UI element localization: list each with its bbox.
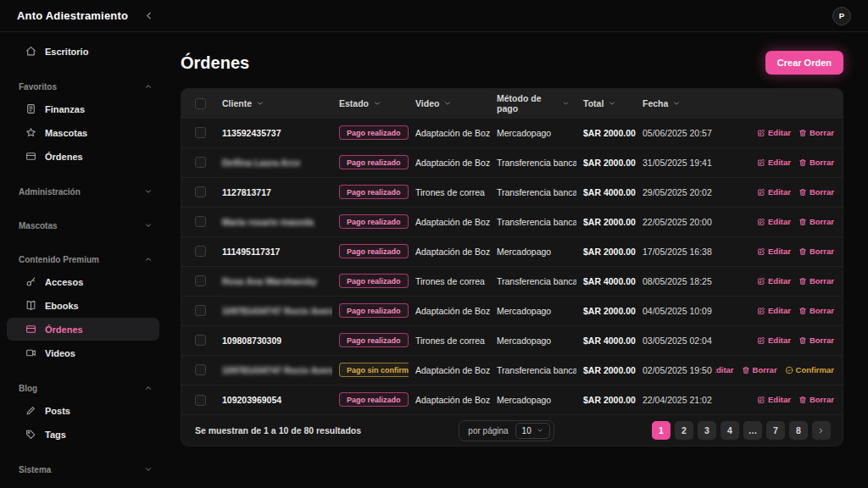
page-button-3[interactable]: 3	[698, 421, 716, 440]
sidebar-collapse-button[interactable]	[143, 10, 154, 21]
sidebar-item-ordenes-fav[interactable]: Órdenes	[7, 145, 159, 168]
delete-button[interactable]: Borrar	[798, 187, 834, 197]
row-checkbox[interactable]	[195, 335, 206, 346]
row-checkbox[interactable]	[195, 216, 206, 227]
delete-button[interactable]: Borrar	[798, 276, 834, 286]
edit-button[interactable]: Editar	[757, 336, 791, 345]
row-checkbox[interactable]	[195, 275, 206, 286]
column-header-estado[interactable]: Estado	[339, 98, 402, 108]
column-header-metodo[interactable]: Método de pago	[497, 93, 570, 114]
date-cell: 22/05/2025 20:00	[636, 207, 715, 236]
pencil-icon	[25, 405, 36, 416]
sidebar-item-videos[interactable]: Videos	[7, 341, 159, 364]
edit-button[interactable]: Editar	[757, 247, 791, 256]
column-header-cliente[interactable]: Cliente	[222, 98, 326, 108]
total-cell: $AR 4000.00	[576, 266, 636, 296]
date-cell: 04/05/2025 10:09	[636, 296, 715, 325]
sidebar-item-tags[interactable]: Tags	[7, 423, 159, 446]
report-icon	[25, 103, 36, 114]
user-avatar[interactable]: P	[832, 7, 851, 25]
chevron-up-icon	[144, 82, 153, 91]
confirm-button[interactable]: Confirmar	[785, 365, 834, 374]
sidebar-item-escritorio[interactable]: Escritorio	[7, 40, 159, 63]
edit-button[interactable]: Editar	[757, 395, 791, 404]
column-label: Total	[583, 98, 604, 108]
delete-button[interactable]: Borrar	[742, 365, 777, 374]
status-badge: Pago realizado	[339, 125, 409, 140]
sidebar-item-ebooks[interactable]: Ebooks	[7, 294, 159, 317]
orders-table-panel: Cliente Estado Video Método de pago Tota…	[181, 88, 843, 446]
page-button-8[interactable]: 8	[789, 421, 808, 440]
create-order-button[interactable]: Crear Orden	[765, 51, 843, 75]
delete-button[interactable]: Borrar	[798, 306, 834, 315]
column-header-fecha[interactable]: Fecha	[643, 98, 709, 108]
edit-button[interactable]: Editar	[715, 365, 734, 374]
page-button-2[interactable]: 2	[675, 421, 693, 440]
total-cell: $AR 2000.00	[576, 236, 636, 266]
page-button-7[interactable]: 7	[766, 421, 785, 440]
edit-label: Editar	[715, 365, 734, 374]
row-checkbox[interactable]	[195, 305, 206, 316]
delete-button[interactable]: Borrar	[798, 217, 834, 226]
page-button-4[interactable]: 4	[721, 421, 739, 440]
edit-button[interactable]: Editar	[757, 217, 791, 226]
sidebar-item-ordenes[interactable]: Órdenes	[7, 318, 159, 341]
column-header-video[interactable]: Video	[415, 98, 483, 108]
select-all-checkbox[interactable]	[195, 98, 206, 109]
sidebar-item-posts[interactable]: Posts	[7, 399, 159, 422]
column-label: Video	[415, 98, 439, 108]
payment-cell: Mercadopago	[490, 236, 576, 266]
page-ellipsis: …	[743, 421, 762, 440]
row-checkbox[interactable]	[195, 364, 206, 375]
table-row: 111495117317 Pago realizado Adaptación d…	[181, 236, 843, 266]
delete-button[interactable]: Borrar	[798, 336, 834, 345]
sidebar-section-administracion[interactable]: Administración	[0, 181, 166, 202]
per-page-select[interactable]: por página 10	[459, 420, 554, 441]
sidebar-item-finanzas[interactable]: Finanzas	[7, 97, 159, 120]
row-checkbox[interactable]	[195, 127, 206, 138]
column-header-total[interactable]: Total	[583, 98, 629, 108]
edit-button[interactable]: Editar	[757, 128, 791, 137]
sidebar-item-label: Videos	[45, 348, 75, 358]
sidebar-section-blog[interactable]: Blog	[0, 378, 166, 398]
delete-button[interactable]: Borrar	[798, 247, 834, 256]
sort-chevron-icon	[672, 99, 681, 108]
edit-button[interactable]: Editar	[757, 276, 791, 286]
edit-button[interactable]: Editar	[757, 158, 791, 167]
chevron-up-icon	[144, 384, 153, 392]
delete-button[interactable]: Borrar	[798, 395, 834, 404]
trash-icon	[798, 396, 807, 404]
payment-cell: Mercadopago	[490, 385, 576, 414]
sidebar-item-label: Órdenes	[45, 324, 83, 335]
row-checkbox[interactable]	[195, 186, 206, 197]
edit-label: Editar	[768, 247, 791, 256]
delete-button[interactable]: Borrar	[798, 128, 834, 137]
trash-icon	[798, 336, 807, 345]
page-button-1[interactable]: 1	[652, 421, 670, 440]
edit-button[interactable]: Editar	[757, 187, 791, 197]
sidebar-item-accesos[interactable]: Accesos	[7, 270, 159, 293]
row-checkbox[interactable]	[195, 246, 206, 257]
sidebar-section-favoritos[interactable]: Favoritos	[0, 76, 166, 97]
sort-chevron-icon	[443, 99, 452, 108]
sidebar-item-mascotas-fav[interactable]: Mascotas	[7, 121, 159, 144]
video-cell: Adaptación de Bozal	[409, 207, 490, 236]
sidebar-section-sistema[interactable]: Sistema	[0, 459, 166, 480]
client-cell: 109781434747 Rocio Avero	[222, 306, 332, 316]
edit-button[interactable]: Editar	[757, 306, 791, 315]
delete-button[interactable]: Borrar	[798, 158, 834, 167]
next-page-button[interactable]	[812, 421, 831, 440]
pagination: 1 2 3 4 … 7 8	[652, 421, 831, 440]
row-checkbox[interactable]	[195, 157, 206, 168]
delete-label: Borrar	[810, 158, 834, 167]
sidebar-item-label: Tags	[45, 430, 66, 440]
edit-icon	[757, 188, 765, 197]
sidebar-section-contenido-premium[interactable]: Contenido Premium	[0, 249, 166, 269]
trash-icon	[798, 307, 807, 315]
app-title: Anto Adiestramiento	[17, 9, 128, 22]
sort-chevron-icon	[373, 99, 381, 108]
row-checkbox[interactable]	[195, 395, 206, 406]
edit-icon	[757, 307, 765, 315]
payment-cell: Mercadopago	[490, 325, 576, 355]
sidebar-section-mascotas[interactable]: Mascotas	[0, 215, 166, 236]
